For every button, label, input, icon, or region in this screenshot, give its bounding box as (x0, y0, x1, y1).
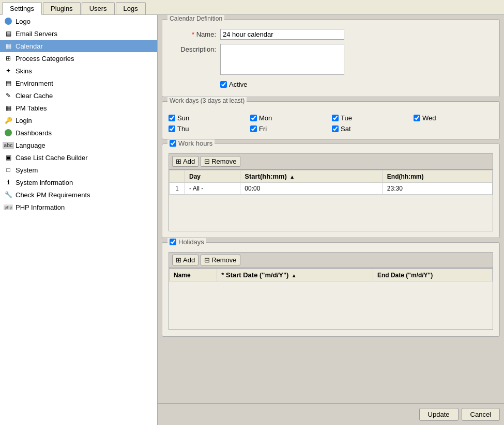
active-row: Active (220, 81, 493, 88)
sidebar-item-dashboards[interactable]: Dashboards (0, 127, 157, 139)
sidebar-label-check-pm: Check PM Requirements (16, 191, 90, 199)
col-day[interactable]: Day (185, 170, 240, 183)
sidebar-label-skins: Skins (16, 67, 32, 75)
holidays-checkbox[interactable] (170, 239, 176, 245)
sidebar-item-case-list-cache[interactable]: ▣ Case List Cache Builder (0, 151, 157, 164)
email-icon: ▤ (4, 29, 12, 38)
top-tabs: Settings Plugins Users Logs (0, 0, 504, 15)
workday-mon: Mon (250, 114, 330, 122)
sidebar-item-calendar[interactable]: ▦ Calendar (0, 40, 157, 52)
work-hours-table-container: Day Start(hh:mm) ▲ End(hh:mm) 1 (169, 169, 493, 231)
workday-tue: Tue (332, 114, 411, 122)
login-icon: 🔑 (4, 116, 12, 124)
check-icon: 🔧 (4, 191, 12, 199)
table-icon: ▦ (4, 104, 12, 112)
active-checkbox[interactable] (220, 81, 227, 88)
workday-sun: Sun (169, 114, 248, 122)
label-sun: Sun (177, 114, 189, 122)
sidebar-item-environment[interactable]: ▤ Environment (0, 77, 157, 89)
dash-icon (4, 129, 12, 137)
work-hours-add-button[interactable]: ⊞ Add (172, 156, 198, 167)
row-end-1: 23:30 (383, 183, 492, 195)
process-icon: ⊞ (4, 54, 12, 62)
sidebar-item-login[interactable]: 🔑 Login (0, 114, 157, 127)
sidebar-item-skins[interactable]: ✦ Skins (0, 65, 157, 77)
checkbox-mon[interactable] (250, 115, 257, 121)
work-hours-checkbox[interactable] (170, 140, 176, 147)
work-days-legend: Work days (3 days at least) (167, 97, 247, 104)
system-icon: □ (4, 166, 12, 174)
holidays-add-button[interactable]: ⊞ Add (172, 255, 198, 265)
sidebar-item-pm-tables[interactable]: ▦ PM Tables (0, 102, 157, 114)
name-label: * Name: (169, 29, 220, 38)
name-input[interactable] (220, 29, 344, 40)
content-area: Calendar Definition * Name: Description: (158, 15, 504, 403)
sidebar-label-pm-tables: PM Tables (16, 104, 47, 112)
lang-icon: abc (4, 141, 12, 149)
name-row: * Name: (169, 29, 493, 40)
col-end-date[interactable]: End Date ("m/d/Y") (373, 269, 492, 281)
checkbox-tue[interactable] (332, 115, 339, 121)
sidebar-label-system: System (16, 166, 38, 174)
holidays-table-container: Name * Start Date ("m/d/Y") ▲ End Date (… (169, 268, 493, 330)
sort-start-icon: ▲ (292, 273, 297, 278)
label-mon: Mon (259, 114, 272, 122)
label-sat: Sat (341, 125, 351, 133)
sidebar-item-system[interactable]: □ System (0, 164, 157, 176)
tab-logs[interactable]: Logs (116, 2, 146, 14)
sidebar-item-system-information[interactable]: ℹ System information (0, 176, 157, 188)
description-label: Description: (169, 44, 220, 53)
checkbox-wed[interactable] (414, 115, 420, 121)
cache-icon: ✎ (4, 91, 12, 100)
checkbox-sat[interactable] (332, 125, 339, 132)
remove-icon: ⊟ (204, 158, 210, 165)
calendar-icon: ▦ (4, 42, 12, 50)
checkbox-thu[interactable] (169, 125, 175, 132)
label-fri: Fri (259, 125, 267, 133)
checkbox-sun[interactable] (169, 115, 175, 121)
active-label: Active (229, 81, 247, 88)
sidebar-label-email-servers: Email Servers (16, 30, 57, 38)
label-thu: Thu (177, 125, 189, 133)
workday-sat: Sat (332, 125, 411, 133)
sidebar-item-logo[interactable]: Logo (0, 15, 157, 27)
col-start-date[interactable]: * Start Date ("m/d/Y") ▲ (217, 269, 373, 281)
sidebar-item-clear-cache[interactable]: ✎ Clear Cache (0, 89, 157, 102)
sidebar-label-environment: Environment (16, 80, 53, 87)
sidebar-label-logo: Logo (16, 18, 30, 25)
work-hours-remove-button[interactable]: ⊟ Remove (201, 156, 240, 167)
sidebar-label-process-categories: Process Categories (16, 55, 74, 62)
update-button[interactable]: Update (419, 408, 459, 421)
sidebar-label-case-list-cache: Case List Cache Builder (16, 154, 87, 162)
circle-icon (4, 17, 12, 25)
work-hours-toolbar: ⊞ Add ⊟ Remove (169, 153, 493, 169)
sidebar-item-language[interactable]: abc Language (0, 139, 157, 151)
col-holiday-name[interactable]: Name (170, 269, 217, 281)
calendar-definition-legend: Calendar Definition (167, 15, 224, 22)
row-start-1: 00:00 (240, 183, 383, 195)
bottom-bar: Update Cancel (158, 403, 504, 425)
sidebar-item-email-servers[interactable]: ▤ Email Servers (0, 27, 157, 40)
sidebar-item-php-information[interactable]: php PHP Information (0, 201, 157, 213)
tab-plugins[interactable]: Plugins (43, 2, 81, 14)
holidays-remove-button[interactable]: ⊟ Remove (201, 255, 240, 265)
description-textarea[interactable] (220, 44, 344, 75)
tab-users[interactable]: Users (82, 2, 115, 14)
sidebar-label-php-information: PHP Information (16, 203, 65, 211)
work-hours-legend: Work hours (167, 139, 215, 147)
col-num (170, 170, 185, 183)
row-day-1: - All - (185, 183, 240, 195)
sidebar-item-process-categories[interactable]: ⊞ Process Categories (0, 52, 157, 65)
cancel-button[interactable]: Cancel (462, 408, 500, 421)
holidays-table: Name * Start Date ("m/d/Y") ▲ End Date (… (169, 269, 493, 281)
col-end[interactable]: End(hh:mm) (383, 170, 492, 183)
checkbox-fri[interactable] (250, 125, 257, 132)
skins-icon: ✦ (4, 67, 12, 75)
case-icon: ▣ (4, 153, 12, 162)
tab-settings[interactable]: Settings (2, 2, 42, 15)
row-num-1: 1 (170, 183, 185, 195)
sidebar-label-clear-cache: Clear Cache (16, 92, 53, 100)
col-start[interactable]: Start(hh:mm) ▲ (240, 170, 383, 183)
description-input-container (220, 44, 493, 76)
sidebar-item-check-pm[interactable]: 🔧 Check PM Requirements (0, 188, 157, 201)
